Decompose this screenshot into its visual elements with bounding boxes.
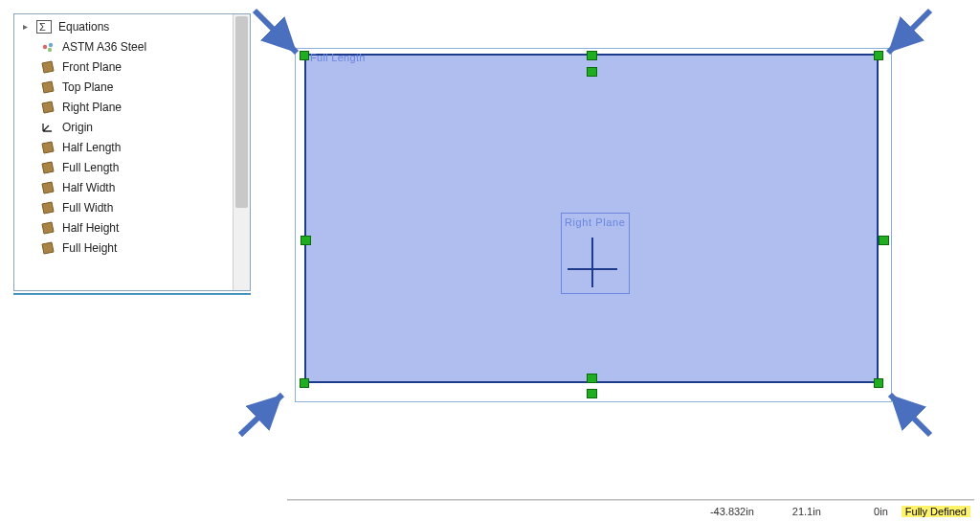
plane-icon bbox=[39, 240, 56, 256]
plane-icon bbox=[39, 220, 56, 236]
corner-handle[interactable] bbox=[874, 51, 883, 60]
plane-icon bbox=[39, 79, 56, 95]
tree-item-label: Front Plane bbox=[62, 60, 122, 74]
scrollbar-thumb[interactable] bbox=[235, 16, 248, 208]
relation-icon[interactable] bbox=[587, 51, 597, 60]
svg-text:Σ: Σ bbox=[39, 21, 46, 33]
svg-point-4 bbox=[48, 47, 52, 51]
origin-icon bbox=[39, 120, 56, 135]
svg-point-3 bbox=[49, 42, 53, 46]
right-plane-label: Right Plane bbox=[565, 216, 625, 228]
sigma-icon: Σ bbox=[35, 19, 53, 34]
plane-icon bbox=[39, 160, 56, 175]
tree-item-full-width[interactable]: Full Width bbox=[18, 197, 233, 217]
svg-line-6 bbox=[888, 11, 930, 53]
feature-tree-panel: ▸ Σ Equations ASTM A36 Steel Front Plane… bbox=[13, 13, 251, 291]
plane-icon bbox=[39, 100, 56, 115]
status-coord-x: -43.832in bbox=[701, 506, 754, 517]
plane-icon bbox=[39, 140, 56, 155]
tree-item-label: Full Width bbox=[62, 201, 113, 215]
expand-icon[interactable]: ▸ bbox=[20, 21, 30, 32]
svg-line-7 bbox=[240, 395, 282, 435]
status-separator bbox=[287, 499, 974, 501]
origin-marker bbox=[591, 238, 593, 287]
corner-handle[interactable] bbox=[300, 378, 309, 388]
svg-point-2 bbox=[43, 44, 47, 48]
annotation-arrow-icon bbox=[234, 383, 292, 441]
tree-item-label: Origin bbox=[62, 121, 93, 134]
plane-label-top: Full Length bbox=[310, 52, 366, 63]
tree-item-right-plane[interactable]: Right Plane bbox=[18, 97, 233, 117]
tree-item-half-height[interactable]: Half Height bbox=[18, 217, 233, 238]
svg-line-8 bbox=[890, 395, 930, 435]
tree-item-label: ASTM A36 Steel bbox=[62, 40, 146, 54]
corner-handle[interactable] bbox=[874, 378, 883, 388]
tree-item-label: Top Plane bbox=[62, 80, 113, 94]
relation-icon[interactable] bbox=[879, 236, 889, 245]
tree-item-label: Half Length bbox=[62, 141, 121, 154]
tree-scrollbar[interactable] bbox=[233, 14, 250, 290]
relation-icon[interactable] bbox=[587, 374, 597, 383]
tree-item-half-length[interactable]: Half Length bbox=[18, 137, 233, 157]
tree-item-label: Equations bbox=[58, 20, 109, 34]
feature-tree-list: ▸ Σ Equations ASTM A36 Steel Front Plane… bbox=[14, 14, 233, 290]
status-bar: -43.832in 21.1in 0in Fully Defined bbox=[287, 503, 974, 520]
tree-item-label: Full Length bbox=[62, 161, 119, 174]
material-icon bbox=[39, 39, 56, 55]
tree-item-label: Right Plane bbox=[62, 101, 122, 114]
sketch-viewport[interactable]: Full Length Right Plane bbox=[287, 48, 900, 412]
plane-icon bbox=[39, 59, 56, 75]
tree-item-full-height[interactable]: Full Height bbox=[18, 238, 233, 258]
tree-item-equations[interactable]: ▸ Σ Equations bbox=[18, 16, 233, 36]
tree-item-material[interactable]: ASTM A36 Steel bbox=[18, 36, 233, 57]
tree-item-front-plane[interactable]: Front Plane bbox=[18, 57, 233, 77]
tree-item-full-length[interactable]: Full Length bbox=[18, 157, 233, 177]
plane-icon bbox=[39, 200, 56, 216]
tree-item-label: Half Width bbox=[62, 181, 115, 194]
relation-icon[interactable] bbox=[587, 389, 597, 398]
status-coord-y: 21.1in bbox=[768, 506, 821, 517]
tree-item-label: Full Height bbox=[62, 241, 117, 255]
relation-icon[interactable] bbox=[301, 236, 311, 245]
tree-item-top-plane[interactable]: Top Plane bbox=[18, 77, 233, 97]
status-definition-state: Fully Defined bbox=[902, 506, 970, 517]
panel-divider bbox=[13, 293, 251, 295]
relation-icon[interactable] bbox=[587, 67, 597, 77]
plane-icon bbox=[39, 180, 56, 195]
tree-item-label: Half Height bbox=[62, 221, 119, 235]
svg-line-5 bbox=[255, 11, 297, 53]
tree-item-half-width[interactable]: Half Width bbox=[18, 177, 233, 197]
tree-item-origin[interactable]: Origin bbox=[18, 117, 233, 137]
status-coord-z: 0in bbox=[835, 506, 888, 517]
corner-handle[interactable] bbox=[300, 51, 309, 60]
